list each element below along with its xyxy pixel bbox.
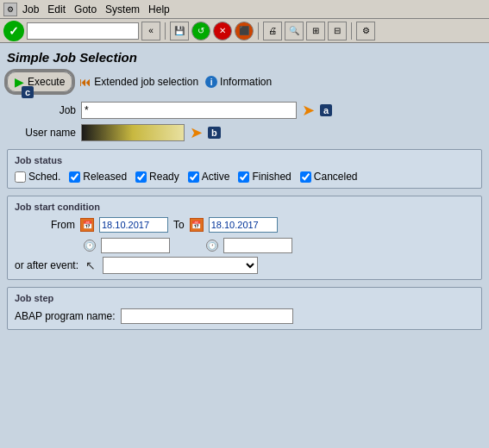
active-label: Active	[202, 171, 230, 183]
menu-system[interactable]: System	[105, 3, 140, 16]
page-title: Simple Job Selection	[7, 50, 482, 65]
to-calendar-icon[interactable]: 📅	[190, 218, 204, 232]
job-step-title: Job step	[15, 293, 474, 303]
program-row: ABAP program name:	[15, 308, 474, 324]
to-clock-icon: 🕐	[206, 240, 218, 252]
active-checkbox[interactable]	[188, 171, 199, 183]
status-released[interactable]: Released	[69, 171, 127, 183]
ready-checkbox[interactable]	[135, 171, 147, 183]
menu-help[interactable]: Help	[148, 3, 170, 16]
status-ready[interactable]: Ready	[135, 171, 179, 183]
arrow-b-icon: ➤	[190, 123, 203, 142]
job-input[interactable]	[81, 102, 297, 119]
canceled-label: Canceled	[314, 171, 358, 183]
toolbar-print-btn[interactable]: 🖨	[263, 22, 282, 40]
sched-label: Sched.	[28, 171, 60, 183]
status-checkboxes: Sched. Released Ready Active Finished Ca…	[15, 171, 474, 183]
menu-goto[interactable]: Goto	[74, 3, 97, 16]
extended-label: Extended job selection	[94, 76, 198, 88]
finished-checkbox[interactable]	[238, 171, 249, 183]
toolbar-search-input[interactable]	[27, 22, 139, 40]
program-label: ABAP program name:	[15, 310, 116, 322]
sep2	[258, 22, 259, 40]
extended-job-selection-button[interactable]: ⏮ Extended job selection	[79, 75, 198, 89]
annotation-c: c	[22, 86, 34, 98]
job-row: Job ➤ a	[7, 101, 482, 120]
from-clock-icon: 🕐	[84, 240, 96, 252]
menu-items: Job Edit Goto System Help	[22, 3, 170, 16]
job-start-title: Job start condition	[15, 202, 474, 212]
from-calendar-icon[interactable]: 📅	[80, 218, 94, 232]
ready-label: Ready	[149, 171, 179, 183]
sched-checkbox[interactable]	[15, 171, 26, 183]
toolbar-stop2-btn[interactable]: ⬛	[235, 22, 254, 40]
cursor-icon: ↖	[85, 258, 96, 272]
username-label: User name	[7, 127, 76, 139]
status-active[interactable]: Active	[188, 171, 230, 183]
arrow-a-icon: ➤	[302, 101, 315, 120]
to-date-input[interactable]	[209, 217, 278, 233]
to-time-input[interactable]	[223, 238, 292, 253]
toolbar-refresh-btn[interactable]: ↺	[191, 22, 210, 40]
toolbar-find-btn[interactable]: 🔍	[285, 22, 304, 40]
released-checkbox[interactable]	[69, 171, 80, 183]
job-label: Job	[7, 104, 76, 116]
finished-label: Finished	[252, 171, 291, 183]
from-time-input[interactable]	[101, 238, 170, 253]
program-input[interactable]	[121, 308, 293, 324]
username-input[interactable]	[81, 124, 185, 141]
menu-edit[interactable]: Edit	[47, 3, 66, 16]
from-date-input[interactable]	[99, 217, 168, 233]
time-row: 🕐 🕐	[84, 238, 474, 253]
toolbar-nav1-btn[interactable]: ⊞	[306, 22, 325, 40]
event-row: or after event: ↖	[15, 257, 474, 274]
status-canceled[interactable]: Canceled	[300, 171, 358, 183]
date-range-row: From 📅 To 📅	[15, 217, 474, 233]
info-icon: i	[205, 76, 217, 88]
toolbar-settings-btn[interactable]: ⚙	[356, 22, 375, 40]
main-content: Simple Job Selection ▶ Execute c ⏮ Exten…	[0, 43, 489, 448]
username-row: User name ➤ b	[7, 123, 482, 142]
annotation-a: a	[320, 104, 332, 116]
annotation-b: b	[208, 127, 221, 139]
from-label: From	[15, 219, 75, 231]
sep1	[165, 22, 166, 40]
form-section: Job ➤ a User name ➤ b	[7, 101, 482, 142]
status-sched[interactable]: Sched.	[15, 171, 60, 183]
information-button[interactable]: i Information	[205, 76, 272, 88]
execute-button[interactable]: ▶ Execute c	[7, 72, 72, 92]
app-icon: ⚙	[3, 3, 17, 16]
menu-job[interactable]: Job	[22, 3, 39, 16]
toolbar-stop-btn[interactable]: ✕	[213, 22, 232, 40]
job-status-title: Job status	[15, 155, 474, 165]
sep3	[351, 22, 352, 40]
canceled-checkbox[interactable]	[300, 171, 311, 183]
green-check-btn[interactable]: ✓	[3, 21, 24, 41]
menu-bar: ⚙ Job Edit Goto System Help	[0, 0, 489, 19]
extended-icon: ⏮	[79, 75, 91, 89]
released-label: Released	[83, 171, 127, 183]
toolbar: ✓ « 💾 ↺ ✕ ⬛ 🖨 🔍 ⊞ ⊟ ⚙	[0, 19, 489, 43]
toolbar-nav2-btn[interactable]: ⊟	[328, 22, 347, 40]
event-select[interactable]	[103, 257, 258, 274]
toolbar-save-btn[interactable]: 💾	[170, 22, 189, 40]
job-status-section: Job status Sched. Released Ready Active …	[7, 149, 482, 189]
job-start-section: Job start condition From 📅 To 📅 🕐 🕐 or a…	[7, 196, 482, 280]
job-step-section: Job step ABAP program name:	[7, 287, 482, 330]
information-label: Information	[220, 76, 272, 88]
toolbar-back-btn[interactable]: «	[141, 22, 160, 40]
status-finished[interactable]: Finished	[238, 171, 291, 183]
or-after-label: or after event:	[15, 259, 78, 271]
to-label: To	[173, 219, 185, 231]
